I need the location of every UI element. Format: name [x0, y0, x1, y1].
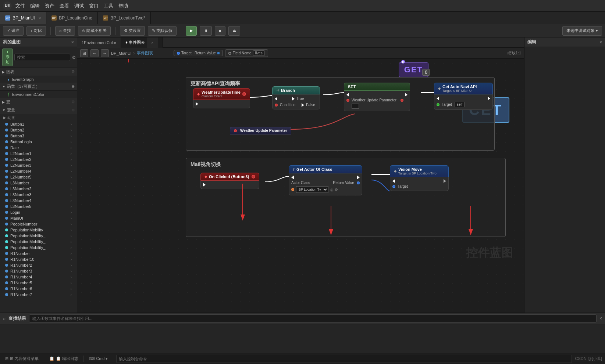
status-output-log[interactable]: 📋 📋 输出日志	[47, 353, 81, 364]
var-l2number1[interactable]: L2Number1 ›	[0, 151, 77, 156]
var-peoplenumber[interactable]: PeopleNumber ›	[0, 221, 77, 227]
tab-environment-color[interactable]: f EnvironmentColor	[77, 37, 121, 48]
var-r1number4[interactable]: R1Number4 ›	[0, 274, 77, 280]
menu-view[interactable]: 查看	[60, 3, 69, 9]
var-r1number10[interactable]: R1Number10 ›	[0, 256, 77, 262]
navi-target-value[interactable]: self	[455, 102, 465, 107]
pause-button[interactable]: ⏸	[200, 26, 212, 36]
var-l3number4[interactable]: L3Number4 ›	[0, 198, 77, 203]
stop-button[interactable]: ■	[215, 26, 225, 36]
var-button1[interactable]: Button1 ›	[0, 121, 77, 127]
functions-arrow: ▼	[2, 85, 6, 89]
settings-icon[interactable]: ⚙	[72, 55, 76, 60]
var-r1number2[interactable]: R1Number2 ›	[0, 262, 77, 268]
macros-section-header[interactable]: ▶ 宏 ⊕	[0, 98, 77, 106]
var-buttonlogin[interactable]: ButtonLogin ›	[0, 139, 77, 145]
tab-bp-locationone[interactable]: BP BP_LocationOne	[46, 12, 98, 24]
field-name-value[interactable]: lives	[253, 50, 265, 56]
find-button[interactable]: ⌕ 查找	[55, 26, 75, 36]
set-node[interactable]: SET Weather Update Parameter	[344, 83, 410, 111]
menu-edit[interactable]: 编辑	[30, 3, 40, 9]
var-button3[interactable]: Button3 ›	[0, 133, 77, 139]
var-l3number5[interactable]: L3Number5 ›	[0, 203, 77, 209]
variables-section-header[interactable]: ▼ 变量 ⊕	[0, 106, 77, 114]
actor-class-circle-btn[interactable]: ◎	[330, 188, 334, 192]
get-actor-of-class-node[interactable]: ƒ Get Actor Of Class Actor Class Return …	[289, 165, 362, 195]
var-login[interactable]: Login ›	[0, 209, 77, 215]
event-graph-close[interactable]: ×	[147, 37, 158, 48]
actor-class-dropdown[interactable]: BP Location Tv	[296, 186, 328, 193]
tab-bp-mianui[interactable]: BP BP_MianUI ×	[0, 12, 46, 24]
graph-tabs: f EnvironmentColor ♦ 事件图表 ×	[77, 37, 524, 48]
nav-back-btn[interactable]: ←	[90, 49, 99, 57]
event-graph-item[interactable]: ⬧ EventGraph	[0, 76, 77, 83]
var-r1number7[interactable]: R1Number7 ›	[0, 292, 77, 298]
blueprint-canvas[interactable]: GET ◆ 0 CET 更新高德API查询频率 Mail视角切换 ◆	[77, 59, 524, 313]
update-section-label: 更新高德API查询频率	[191, 80, 240, 87]
branch-node[interactable]: ⊣ Branch True Condition False	[272, 86, 320, 109]
debug-target-dropdown[interactable]: 未选中调试对象 ▾	[562, 26, 602, 36]
hide-unrelated-button[interactable]: ⊙ 隐藏不相关	[78, 26, 111, 36]
set-value-box[interactable]	[352, 104, 359, 109]
var-l3number3[interactable]: L3Number3 ›	[0, 192, 77, 198]
status-content-browser[interactable]: ⊞ ⊞ 内容侧滑菜单	[3, 353, 41, 364]
play-button[interactable]: ▶	[186, 26, 197, 36]
diff-button[interactable]: ↕ 对比	[26, 26, 46, 36]
functions-section-header[interactable]: ▼ 函数（37可覆盖） ⊕	[0, 83, 77, 91]
status-cmd[interactable]: ⌨ Cmd ▾	[87, 353, 110, 364]
weather-update-time-node[interactable]: ◆ WeatherUpdateTime Custom Event	[193, 88, 250, 108]
find-results-search[interactable]	[29, 314, 597, 322]
breadcrumb-current[interactable]: 事件图表	[137, 50, 153, 56]
var-l2number4[interactable]: L2Number4 ›	[0, 168, 77, 174]
var-l2number2[interactable]: L2Number2 ›	[0, 156, 77, 162]
graphs-section-header[interactable]: ▶ 图表 ⊕	[0, 68, 77, 76]
blueprint-search-input[interactable]	[14, 54, 70, 61]
var-mainui[interactable]: MainUI ›	[0, 215, 77, 221]
var-popmobility3[interactable]: PopulationMobility_ ›	[0, 239, 77, 245]
var-r1number5[interactable]: R1Number5 ›	[0, 280, 77, 286]
menu-assets[interactable]: 资产	[45, 3, 54, 9]
compile-button[interactable]: ✓ 译注	[3, 26, 24, 36]
weather-param-pin	[234, 129, 237, 132]
menu-help[interactable]: 帮助	[118, 3, 128, 9]
class-defaults-button[interactable]: ✎ 类默认值	[148, 26, 177, 36]
animation-subsection[interactable]: ▶ 动画	[0, 114, 77, 121]
var-r1number6[interactable]: R1Number6 ›	[0, 286, 77, 292]
console-command-input[interactable]	[116, 355, 572, 363]
tab-event-graph[interactable]: ♦ 事件图表 ×	[121, 37, 163, 48]
var-l3number2[interactable]: L3Number2 ›	[0, 186, 77, 192]
var-date[interactable]: Date ›	[0, 145, 77, 151]
var-l2number3[interactable]: L2Number3 ›	[0, 162, 77, 168]
panel-close-btn[interactable]: ×	[71, 39, 74, 45]
bottom-close-btn[interactable]: ×	[599, 316, 602, 321]
breadcrumb-root[interactable]: BP_MianUI	[111, 51, 132, 55]
nav-history-btn[interactable]: ⊞	[80, 49, 88, 57]
tab-close-btn[interactable]: ×	[39, 16, 41, 20]
actor-class-settings-btn[interactable]: ⚙	[335, 188, 338, 192]
menu-tools[interactable]: 工具	[104, 3, 113, 9]
var-l3number[interactable]: L3Number ›	[0, 180, 77, 186]
tab-bp-locationtwo[interactable]: BP BP_LocationTwo*	[98, 12, 151, 24]
var-popmobility[interactable]: PopulationMobility ›	[0, 227, 77, 233]
vision-move-node[interactable]: ◆ Vision Move Target is BP Location Two	[390, 165, 449, 191]
var-button2[interactable]: Button2 ›	[0, 127, 77, 133]
class-settings-button[interactable]: ⚙ 类设置	[120, 26, 145, 36]
var-l2number5[interactable]: L2Number5 ›	[0, 174, 77, 180]
get-auto-navi-api-node[interactable]: ◆ Get Auto Navi API Target is BP Mian UI	[434, 83, 493, 110]
get-actor-icon: ƒ	[293, 167, 295, 171]
menu-file[interactable]: 文件	[15, 3, 25, 9]
nav-forward-btn[interactable]: →	[101, 49, 109, 57]
var-popmobility2[interactable]: PopulationMobility_ ›	[0, 233, 77, 239]
menu-window[interactable]: 窗口	[89, 3, 99, 9]
right-panel-close[interactable]: ×	[599, 40, 602, 45]
environment-color-func[interactable]: ƒ EnvironmentColor	[0, 91, 77, 98]
add-button[interactable]: + 添加	[2, 48, 13, 66]
var-r1number3[interactable]: R1Number3 ›	[0, 268, 77, 274]
var-r1number[interactable]: R1Number ›	[0, 251, 77, 256]
var-dot-login	[5, 211, 8, 214]
var-popmobility4[interactable]: PopulationMobility_ ›	[0, 245, 77, 251]
weather-param-var-node[interactable]: Weather Update Parameter	[230, 127, 291, 134]
on-clicked-button3-node[interactable]: ◆ On Clicked (Button3)	[200, 173, 259, 189]
menu-debug[interactable]: 调试	[74, 3, 84, 9]
eject-button[interactable]: ⏏	[228, 26, 240, 36]
